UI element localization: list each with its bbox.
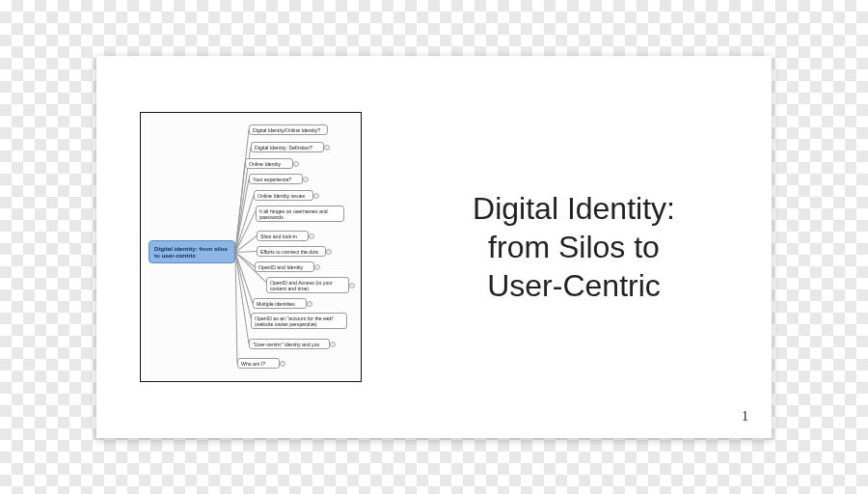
mindmap-child-label: Who am I? [241,361,265,367]
mindmap-child: OpenID and Identity [255,261,314,272]
mindmap-root-label: Digital identity: from silos to user-cen… [154,245,228,259]
expand-icon [303,177,309,182]
mindmap-child-label: Silos and lock-in [260,233,297,239]
mindmap-child: "User-centric" identity and you [249,339,330,349]
expand-icon [330,342,336,347]
expand-icon [313,193,319,199]
mindmap-child-label: Multiple identities [257,301,295,307]
mindmap-connector [235,251,257,253]
mindmap-child-label: It all hinges on usernames and passwords [259,208,328,220]
mindmap-child: Multiple identities [253,298,307,309]
mindmap-root-node: Digital identity: from silos to user-cen… [149,240,235,263]
mindmap-child-label: Online Identity [249,161,281,167]
mindmap-child-label: Efforts to connect the dots [260,249,318,255]
mindmap-child-label: Online Identity issues [258,193,305,199]
mindmap-frame: Digital identity: from silos to user-cen… [140,112,362,382]
expand-icon [309,233,314,239]
mindmap-child-label: Digital Identity: Definition? [255,145,312,151]
mindmap-child: It all hinges on usernames and passwords [256,206,344,222]
mindmap-child: Silos and lock-in [257,231,309,241]
mindmap-child: Your experience? [249,174,303,184]
mindmap-child: OpenID as an "account for the web" (webs… [251,313,347,329]
mindmap-child: Who am I? [237,358,280,369]
mindmap-child: Online Identity [245,158,293,169]
slide: Digital identity: from silos to user-cen… [96,56,772,438]
expand-icon [349,283,355,288]
mindmap-child-label: "User-centric" identity and you [253,342,319,347]
mindmap-child-label: Your experience? [253,177,291,182]
expand-icon [324,145,330,151]
expand-icon [314,264,320,270]
mindmap-child: Efforts to connect the dots [257,246,326,257]
expand-icon [293,161,299,167]
expand-icon [326,249,332,255]
mindmap-child: Online Identity issues [254,190,313,201]
mindmap-child: Digital Identity: Definition? [251,142,324,152]
mindmap-child-label: Digital Identity/Online Identity? [253,127,320,133]
mindmap-child: OpenID and Access (to your content and t… [266,277,349,293]
slide-title: Digital Identity:from Silos toUser-Centr… [473,189,675,305]
title-panel: Digital Identity:from Silos toUser-Centr… [405,56,772,438]
page-number: 1 [742,409,748,425]
mindmap-child-label: OpenID and Identity [258,264,303,270]
expand-icon [307,301,312,307]
mindmap-panel: Digital identity: from silos to user-cen… [96,56,405,438]
mindmap-child-label: OpenID and Access (to your content and t… [270,280,333,291]
mindmap-child-label: OpenID as an "account for the web" (webs… [255,316,334,327]
mindmap-child: Digital Identity/Online Identity? [249,124,328,135]
expand-icon [280,361,285,367]
